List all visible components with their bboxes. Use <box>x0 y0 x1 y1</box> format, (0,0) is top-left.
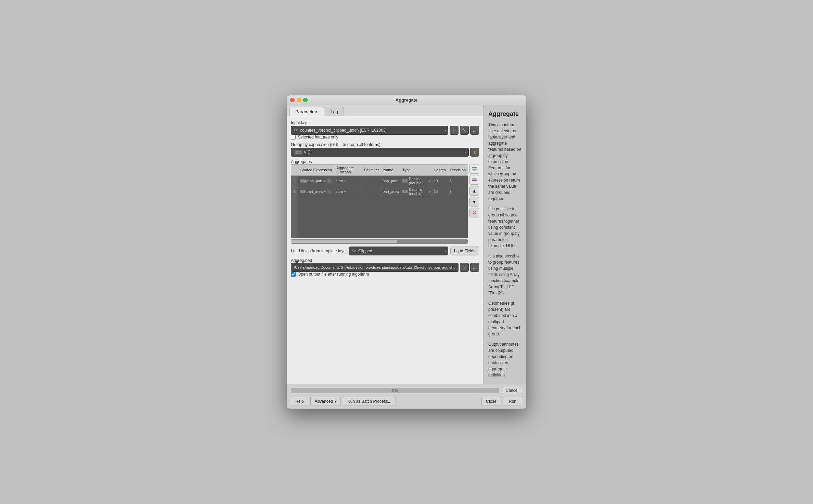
row-0-precision[interactable]: 3 <box>448 176 468 186</box>
aggregates-section: Aggregates Source Expression Aggregate F… <box>291 159 479 244</box>
row-1-source[interactable]: 1.2 part_area ▾ ε <box>298 186 334 197</box>
svg-rect-1 <box>472 169 477 170</box>
maximize-window-button[interactable] <box>303 98 308 102</box>
output-label: Aggregated <box>291 258 479 263</box>
clear-output-button[interactable]: ✕ <box>460 263 469 272</box>
row-0-function[interactable]: sum ▾ <box>334 176 362 186</box>
move-up-button[interactable]: ▲ <box>469 186 479 196</box>
group-by-badge: 123 <box>294 150 302 155</box>
input-layer-select-wrapper: 🗺 counties_voronoi_clipped_union [ESRI:1… <box>291 126 448 135</box>
tab-parameters[interactable]: Parameters <box>289 107 324 116</box>
row-1-index: 1 <box>291 186 298 197</box>
tab-bar: Parameters Log <box>287 105 483 116</box>
table-row: 0 123 pop_part ▾ ε <box>291 176 468 186</box>
template-layer-label: Load fields from template layer <box>291 249 347 253</box>
titlebar: Aggregate <box>287 95 526 105</box>
add-row-button[interactable] <box>469 164 479 174</box>
row-0-function-value: sum <box>336 179 343 183</box>
cancel-button[interactable]: Cancel <box>502 387 522 394</box>
group-by-label: Group by expression (NULL to group all f… <box>291 142 479 147</box>
svg-rect-2 <box>474 170 475 171</box>
input-layer-section: Input layer 🗺 counties_voronoi_clipped_u… <box>291 120 479 140</box>
delete-row-button[interactable] <box>469 175 479 185</box>
col-delimiter-header: Delimiter <box>362 164 381 176</box>
load-fields-button[interactable]: Load Fields <box>450 247 479 255</box>
row-1-type-value: Decimal (double) <box>409 187 428 196</box>
move-down-button[interactable]: ▼ <box>469 197 479 207</box>
row-0-type-arrow: ▾ <box>429 179 430 183</box>
selected-only-label: Selected features only <box>298 135 338 140</box>
template-layer-field[interactable]: 🗺 Clipped <box>349 247 448 255</box>
open-after-label: Open output file after running algorithm <box>298 272 369 277</box>
row-1-length[interactable]: 15 <box>432 186 448 197</box>
input-layer-field[interactable]: 🗺 counties_voronoi_clipped_union [ESRI:1… <box>291 126 448 135</box>
advanced-arrow-icon: ▾ <box>334 399 336 404</box>
batch-process-button[interactable]: Run as Batch Process... <box>343 397 396 406</box>
row-1-precision[interactable]: 3 <box>448 186 468 197</box>
col-precision-header: Precision <box>448 164 468 176</box>
refresh-layer-button[interactable]: ⇄ <box>450 126 459 135</box>
template-layer-section: Load fields from template layer 🗺 Clippe… <box>291 247 479 255</box>
browse-output-button[interactable]: … <box>470 263 479 272</box>
help-title: Aggregate <box>488 110 521 118</box>
row-0-length[interactable]: 10 <box>432 176 448 186</box>
advanced-button[interactable]: Advanced ▾ <box>310 397 341 406</box>
bottom-bar: 0% Cancel Help Advanced ▾ Run as Batch P… <box>287 384 526 409</box>
open-after-row: Open output file after running algorithm <box>291 272 479 277</box>
open-after-checkbox[interactable] <box>291 272 296 277</box>
row-0-index: 0 <box>291 176 298 186</box>
tab-log[interactable]: Log <box>325 107 344 116</box>
help-paragraph-4: Output attributes are computed depending… <box>488 341 521 378</box>
row-0-delimiter[interactable]: , <box>362 176 381 186</box>
col-length-header: Length <box>432 164 448 176</box>
row-0-func-arrow: ▾ <box>344 179 346 183</box>
group-by-expr-button[interactable]: ε <box>470 148 479 157</box>
group-by-section: Group by expression (NULL to group all f… <box>291 142 479 157</box>
more-options-button[interactable]: … <box>470 126 479 135</box>
output-path-row: /Users/marioag/Documents/GitHub/design-p… <box>291 263 479 272</box>
group-by-row: 123 VID ▾ ε <box>291 148 479 157</box>
help-button[interactable]: Help <box>291 397 308 406</box>
row-1-function-value: sum <box>336 189 343 194</box>
delete-row-icon <box>472 177 477 183</box>
group-by-field[interactable]: 123 VID <box>291 148 469 157</box>
run-button[interactable]: Run <box>503 397 522 406</box>
row-1-source-badge: 1.2 <box>300 190 306 193</box>
progress-bar: 0% <box>291 388 499 393</box>
row-1-delimiter[interactable]: , <box>362 186 381 197</box>
empty-area <box>298 197 468 238</box>
col-name-header: Name <box>381 164 400 176</box>
remove-button[interactable]: ✕ <box>469 208 479 217</box>
selected-only-row: Selected features only <box>291 135 479 140</box>
row-0-type[interactable]: 1.2 Decimal (double) ▾ <box>400 176 432 186</box>
left-panel: Parameters Log Input layer 🗺 counties_vo… <box>287 105 483 384</box>
row-1-function[interactable]: sum ▾ <box>334 186 362 197</box>
row-0-type-badge: 1.2 <box>402 179 408 183</box>
minimize-window-button[interactable] <box>297 98 301 102</box>
settings-button[interactable]: 🔧 <box>460 126 469 135</box>
template-select-wrapper: 🗺 Clipped ▾ <box>349 247 448 255</box>
row-1-source-value: part_area <box>307 189 323 194</box>
aggregate-side-buttons: ▲ ▼ ✕ <box>469 164 479 244</box>
svg-rect-3 <box>472 178 477 180</box>
row-1-type[interactable]: 1.2 Decimal (double) ▾ <box>400 186 432 197</box>
svg-rect-0 <box>472 167 477 168</box>
row-1-expr-btn[interactable]: ε <box>326 188 333 195</box>
close-window-button[interactable] <box>290 98 295 102</box>
close-button[interactable]: Close <box>481 397 501 406</box>
row-0-source[interactable]: 123 pop_part ▾ ε <box>298 176 334 186</box>
row-1-type-arrow: ▾ <box>429 190 430 194</box>
template-layer-value: Clipped <box>358 249 372 253</box>
advanced-label: Advanced <box>315 399 333 404</box>
row-0-expr-btn[interactable]: ε <box>326 178 332 184</box>
selected-only-checkbox[interactable] <box>291 135 296 140</box>
row-0-type-value: Decimal (double) <box>409 177 428 185</box>
col-type-header: Type <box>400 164 432 176</box>
row-0-source-arrow: ▾ <box>324 179 325 183</box>
svg-rect-4 <box>472 180 477 181</box>
row-1-source-arrow: ▾ <box>324 190 326 194</box>
output-path-field[interactable]: /Users/marioag/Documents/GitHub/design-p… <box>291 263 459 272</box>
group-by-select-wrapper: 123 VID ▾ <box>291 148 469 157</box>
horizontal-scrollbar[interactable] <box>291 239 468 243</box>
window-controls <box>290 98 308 102</box>
